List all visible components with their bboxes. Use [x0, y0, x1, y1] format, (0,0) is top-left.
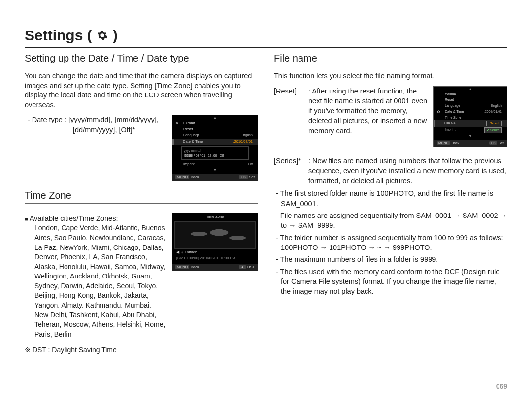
page-title: Settings ( ): [25, 27, 507, 44]
filename-intro: This function lets you select the file n…: [274, 71, 507, 81]
timezone-divider: [25, 203, 258, 204]
lcd-screenshot-timezone: Time Zone ◀ ☼ London [GMT +00:00] 2010/0…: [172, 213, 258, 271]
section-divider: [25, 66, 258, 66]
right-column: File name This function lets you select …: [274, 51, 507, 363]
lcd-screenshot-datetime: ▲ Format Reset LanguageEnglish ✿Date & T…: [172, 115, 258, 181]
bullet-item: The folder number is assigned sequential…: [276, 233, 507, 253]
reset-def: : After using the reset function, the ne…: [308, 86, 428, 136]
section-heading-datetime: Setting up the Date / Time / Date type: [25, 53, 258, 64]
dst-note: DST : Daylight Saving Time: [25, 346, 166, 354]
page-number: 069: [496, 382, 507, 390]
gear-icon: [95, 30, 110, 41]
cities-list: London, Cape Verde, Mid-Atlantic, Buenos…: [34, 223, 166, 339]
lcd-screenshot-filename: ▲ Format Reset LanguageEnglish ✿Date & T…: [433, 86, 507, 147]
bullet-item: File names are assigned sequentially fro…: [276, 211, 507, 231]
left-column: Setting up the Date / Time / Date type Y…: [25, 51, 258, 363]
series-term: [Series]*: [274, 156, 308, 186]
bullet-item: The maximum numbers of files in a folder…: [276, 254, 507, 264]
datetime-intro: You can change the date and time that th…: [25, 71, 258, 110]
timezone-heading: Time Zone: [25, 190, 258, 201]
series-def: : New files are named using numbers that…: [308, 156, 507, 186]
section-divider-right: [274, 66, 507, 66]
available-cities-label: Available cities/Time Zones:: [25, 214, 166, 223]
title-text: Settings (: [25, 27, 92, 44]
date-type-line2: [dd/mm/yyyy], [Off]*: [73, 125, 166, 135]
filename-bullets: The first stored folder name is 100PHOTO…: [276, 188, 507, 296]
section-heading-filename: File name: [274, 53, 507, 64]
bullet-item: The files used with the memory card conf…: [276, 267, 507, 297]
title-divider: [25, 47, 507, 48]
reset-term: [Reset]: [274, 86, 308, 136]
title-close: ): [113, 27, 118, 44]
date-type-line1: - Date type : [yyyy/mm/dd], [mm/dd/yyyy]…: [28, 115, 166, 124]
bullet-item: The first stored folder name is 100PHOTO…: [276, 188, 507, 209]
